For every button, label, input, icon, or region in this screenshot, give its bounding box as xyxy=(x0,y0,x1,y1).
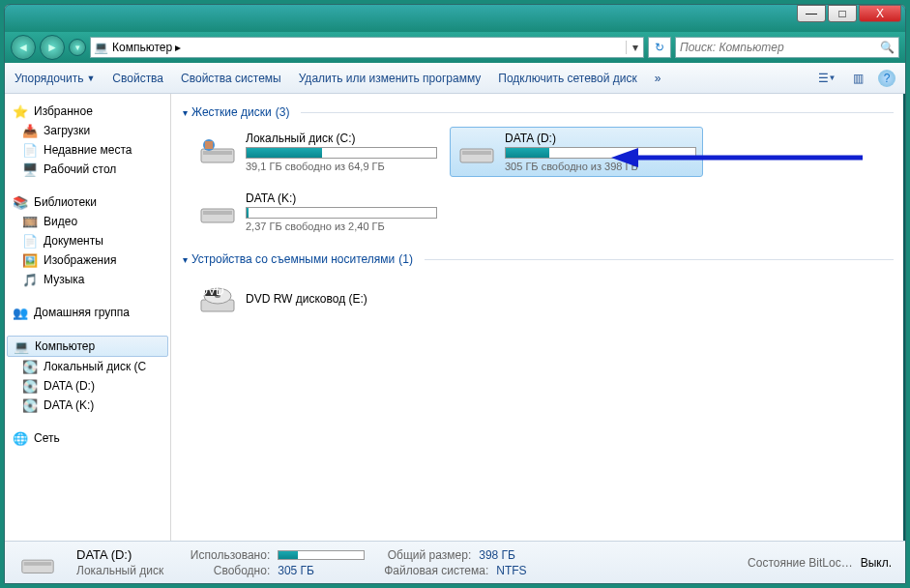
drive-c[interactable]: Локальный диск (C:) 39,1 ГБ свободно из … xyxy=(191,127,444,177)
search-icon: 🔍 xyxy=(875,41,898,54)
svg-text:DVD: DVD xyxy=(199,284,224,298)
back-button[interactable]: ◄ xyxy=(11,35,36,60)
sidebar-music[interactable]: 🎵Музыка xyxy=(5,270,170,289)
svg-rect-7 xyxy=(203,211,232,215)
sidebar-pictures[interactable]: 🖼️Изображения xyxy=(5,250,170,270)
dvd-drive-icon: DVD xyxy=(197,279,238,319)
content-pane: ▾ Жесткие диски (3) Локальный диск (C:) … xyxy=(171,94,905,541)
usage-bar xyxy=(246,207,437,219)
recent-icon: 📄 xyxy=(22,142,38,158)
sidebar-libraries[interactable]: 📚Библиотеки xyxy=(5,192,170,212)
refresh-button[interactable]: ↻ xyxy=(648,37,671,58)
computer-icon: 💻 xyxy=(91,41,110,54)
group-hard-disks[interactable]: ▾ Жесткие диски (3) xyxy=(183,105,894,119)
toolbar: Упорядочить▼ Свойства Свойства системы У… xyxy=(5,63,905,94)
sidebar-videos[interactable]: 🎞️Видео xyxy=(5,212,170,231)
map-drive-button[interactable]: Подключить сетевой диск xyxy=(498,72,636,85)
help-button[interactable]: ? xyxy=(878,70,895,87)
body: ⭐Избранное 📥Загрузки 📄Недавние места 🖥️Р… xyxy=(5,94,905,541)
close-button[interactable]: X xyxy=(859,5,901,22)
usage-bar xyxy=(505,147,696,159)
minimize-button[interactable]: — xyxy=(797,5,826,22)
drive-icon xyxy=(197,191,238,232)
titlebar: — □ X xyxy=(5,5,905,32)
sidebar-documents[interactable]: 📄Документы xyxy=(5,231,170,250)
sidebar-homegroup[interactable]: 👥Домашняя группа xyxy=(5,303,170,322)
sidebar-drive-d[interactable]: 💽DATA (D:) xyxy=(5,376,170,396)
drive-d[interactable]: DATA (D:) 305 ГБ свободно из 398 ГБ xyxy=(450,127,703,177)
picture-icon: 🖼️ xyxy=(22,252,38,268)
organize-menu[interactable]: Упорядочить▼ xyxy=(15,72,95,85)
svg-rect-3 xyxy=(205,141,213,149)
svg-rect-16 xyxy=(24,562,52,566)
network-icon: 🌐 xyxy=(13,430,28,446)
libraries-icon: 📚 xyxy=(13,194,28,210)
forward-button[interactable]: ► xyxy=(40,35,65,60)
drive-free-text: 2,37 ГБ свободно из 2,40 ГБ xyxy=(246,220,437,232)
nav-bar: ◄ ► ▾ 💻 Компьютер ▸ ▾ ↻ 🔍 xyxy=(5,32,905,63)
star-icon: ⭐ xyxy=(13,103,28,119)
sidebar-favorites[interactable]: ⭐Избранное xyxy=(5,102,170,121)
collapse-icon: ▾ xyxy=(183,107,188,118)
sidebar-computer[interactable]: 💻Компьютер xyxy=(7,336,168,357)
preview-pane-button[interactable]: ▥ xyxy=(847,68,868,89)
downloads-icon: 📥 xyxy=(22,123,38,138)
drive-icon xyxy=(456,132,497,172)
address-bar[interactable]: 💻 Компьютер ▸ ▾ xyxy=(90,37,644,58)
drive-name: DVD RW дисковод (E:) xyxy=(246,292,437,306)
history-dropdown[interactable]: ▾ xyxy=(69,39,86,56)
drive-icon: 💽 xyxy=(22,378,38,394)
homegroup-icon: 👥 xyxy=(13,305,28,320)
sidebar-downloads[interactable]: 📥Загрузки xyxy=(5,121,170,140)
drive-name: Локальный диск (C:) xyxy=(246,132,437,145)
search-input[interactable] xyxy=(676,41,875,54)
system-properties-button[interactable]: Свойства системы xyxy=(181,72,281,85)
drive-icon xyxy=(18,544,57,582)
sidebar-recent[interactable]: 📄Недавние места xyxy=(5,140,170,160)
desktop-icon: 🖥️ xyxy=(22,162,38,177)
drive-free-text: 39,1 ГБ свободно из 64,9 ГБ xyxy=(246,161,437,172)
svg-rect-1 xyxy=(203,151,232,155)
details-pane: DATA (D:) Локальный диск Использовано: С… xyxy=(5,541,905,583)
address-text: Компьютер ▸ xyxy=(110,41,626,54)
drive-name: DATA (D:) xyxy=(505,132,696,145)
drive-icon: 💽 xyxy=(22,359,38,374)
group-removable[interactable]: ▾ Устройства со съемными носителями (1) xyxy=(183,252,894,266)
drive-e-dvd[interactable]: DVD DVD RW дисковод (E:) xyxy=(191,274,444,324)
usage-bar xyxy=(246,147,437,159)
svg-rect-5 xyxy=(462,151,491,155)
status-used-bar xyxy=(278,550,365,560)
drive-icon: 💽 xyxy=(22,397,38,413)
properties-button[interactable]: Свойства xyxy=(112,72,163,85)
drive-k[interactable]: DATA (K:) 2,37 ГБ свободно из 2,40 ГБ xyxy=(191,187,444,237)
search-box[interactable]: 🔍 xyxy=(675,37,899,58)
view-options-button[interactable]: ☰▼ xyxy=(816,68,837,89)
uninstall-button[interactable]: Удалить или изменить программу xyxy=(299,72,482,85)
address-dropdown[interactable]: ▾ xyxy=(626,41,643,54)
document-icon: 📄 xyxy=(22,233,38,249)
status-type: Локальный диск xyxy=(76,564,163,577)
toolbar-overflow[interactable]: » xyxy=(655,72,661,85)
sidebar-drive-k[interactable]: 💽DATA (K:) xyxy=(5,396,170,415)
sidebar-drive-c[interactable]: 💽Локальный диск (C xyxy=(5,357,170,376)
sidebar-network[interactable]: 🌐Сеть xyxy=(5,428,170,448)
maximize-button[interactable]: □ xyxy=(828,5,857,22)
drive-free-text: 305 ГБ свободно из 398 ГБ xyxy=(505,161,696,172)
collapse-icon: ▾ xyxy=(183,254,188,265)
explorer-window: — □ X ◄ ► ▾ 💻 Компьютер ▸ ▾ ↻ 🔍 Упорядоч… xyxy=(4,4,906,584)
drive-icon xyxy=(197,132,238,172)
nav-pane: ⭐Избранное 📥Загрузки 📄Недавние места 🖥️Р… xyxy=(5,94,171,541)
video-icon: 🎞️ xyxy=(22,214,38,229)
computer-icon: 💻 xyxy=(14,338,29,354)
sidebar-desktop[interactable]: 🖥️Рабочий стол xyxy=(5,160,170,179)
drive-name: DATA (K:) xyxy=(246,191,437,205)
status-name: DATA (D:) xyxy=(76,547,163,562)
music-icon: 🎵 xyxy=(22,272,38,287)
